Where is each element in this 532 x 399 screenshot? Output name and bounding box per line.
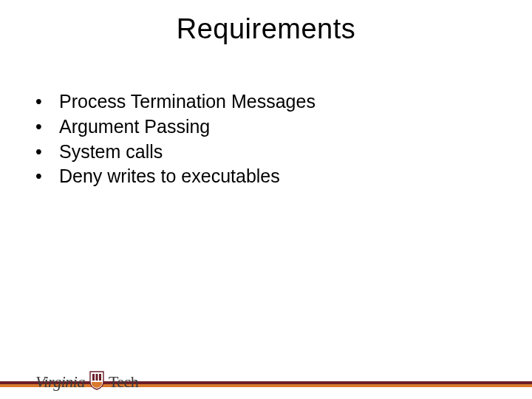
svg-rect-0 — [92, 374, 95, 381]
bullet-icon: • — [35, 164, 59, 189]
slide-title: Requirements — [0, 13, 532, 45]
logo-tech-text: Tech — [109, 372, 138, 392]
bullet-icon: • — [35, 115, 59, 140]
list-item: • Argument Passing — [35, 115, 532, 140]
bullet-icon: • — [35, 89, 59, 115]
slide: Requirements • Process Termination Messa… — [0, 13, 532, 399]
bullet-text: System calls — [59, 140, 532, 165]
bullet-list: • Process Termination Messages • Argumen… — [35, 89, 532, 189]
list-item: • Process Termination Messages — [35, 89, 532, 115]
shield-icon — [89, 371, 104, 393]
bullet-text: Process Termination Messages — [59, 89, 532, 115]
bullet-text: Argument Passing — [59, 115, 532, 140]
vt-logo: Virginia Tech — [35, 371, 138, 393]
bullet-icon: • — [35, 140, 59, 165]
logo-virginia-text: Virginia — [35, 372, 85, 392]
list-item: • Deny writes to executables — [35, 164, 532, 189]
svg-rect-1 — [95, 374, 98, 381]
svg-rect-2 — [99, 374, 101, 381]
bullet-text: Deny writes to executables — [59, 164, 532, 189]
list-item: • System calls — [35, 140, 532, 165]
